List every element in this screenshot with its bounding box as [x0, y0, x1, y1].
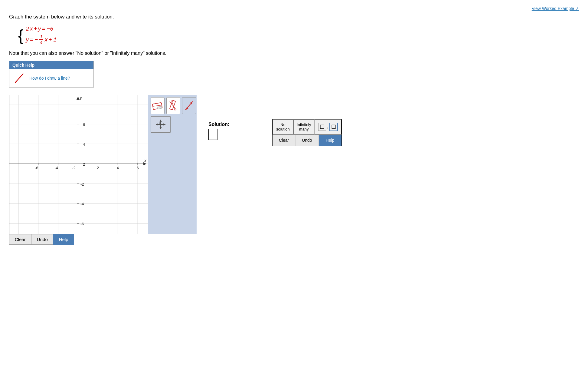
svg-line-49 [172, 101, 175, 111]
point-icon-btn[interactable]: ☐ , ☐ [315, 119, 341, 134]
move-tool-btn[interactable]: ✕ [151, 116, 171, 133]
graph-help-btn[interactable]: Help [53, 234, 74, 245]
svg-rect-46 [157, 106, 162, 109]
solution-input-box[interactable] [208, 129, 217, 140]
graph-undo-btn[interactable]: Undo [31, 234, 53, 245]
infinitely-many-btn[interactable]: Infinitely many [293, 119, 315, 134]
svg-marker-58 [163, 123, 165, 126]
note-text: Note that you can also answer "No soluti… [9, 51, 579, 56]
solution-help-btn[interactable]: Help [319, 135, 341, 146]
line-arrow-tool-btn[interactable] [182, 97, 196, 114]
view-worked-example-link[interactable]: View Worked Example ↗ [532, 6, 579, 11]
tools-panel: ✕ [148, 95, 197, 234]
svg-text:y: y [80, 95, 82, 100]
problem-instruction: Graph the system below and write its sol… [9, 14, 579, 20]
how-to-draw-line-link[interactable]: How do I draw a line? [29, 76, 70, 81]
solution-section: Solution: No solution Infinitely many [206, 119, 342, 146]
solution-clear-btn[interactable]: Clear [273, 135, 296, 146]
svg-text:2: 2 [97, 166, 99, 170]
svg-text:6: 6 [137, 166, 139, 170]
quick-help-header: Quick Help [9, 61, 93, 69]
solution-options-panel: No solution Infinitely many ☐ , ☐ Cl [273, 119, 341, 146]
svg-text:-6: -6 [35, 166, 38, 170]
graph-clear-btn[interactable]: Clear [9, 234, 31, 245]
svg-marker-56 [159, 127, 162, 129]
solution-label: Solution: [208, 122, 270, 127]
line-draw-icon [14, 72, 26, 84]
svg-text:x: x [144, 158, 147, 163]
no-solution-btn[interactable]: No solution [273, 119, 293, 134]
solution-input-area: Solution: [206, 119, 273, 146]
quick-help-box: Quick Help How do I draw a line? [9, 61, 94, 88]
svg-text:-2: -2 [72, 166, 76, 170]
brace-symbol: { [18, 28, 23, 43]
graph-canvas[interactable]: -6 -4 -2 2 4 6 6 4 2 -2 -4 -6 x y [9, 95, 148, 234]
svg-text:-4: -4 [80, 202, 84, 206]
svg-marker-52 [185, 108, 188, 110]
svg-text:6: 6 [83, 122, 85, 127]
svg-marker-19 [77, 97, 80, 100]
svg-line-1 [15, 81, 17, 83]
equation-2: y = − 1 4 x + 1 [26, 34, 57, 45]
svg-line-45 [153, 105, 162, 106]
svg-text:-6: -6 [80, 222, 84, 226]
pencil-tool-btn[interactable] [166, 97, 180, 114]
svg-text:-2: -2 [80, 182, 84, 187]
top-link[interactable]: View Worked Example ↗ [9, 6, 579, 11]
svg-text:2: 2 [83, 162, 85, 167]
svg-text:4: 4 [117, 166, 119, 170]
svg-text:-4: -4 [55, 166, 58, 170]
eraser-tool-btn[interactable] [151, 97, 165, 114]
svg-text:4: 4 [83, 142, 85, 147]
solution-undo-btn[interactable]: Undo [296, 135, 318, 146]
svg-marker-57 [156, 123, 158, 126]
equation-1: 2x + y = −6 [26, 25, 57, 32]
svg-text:✕: ✕ [159, 121, 161, 124]
